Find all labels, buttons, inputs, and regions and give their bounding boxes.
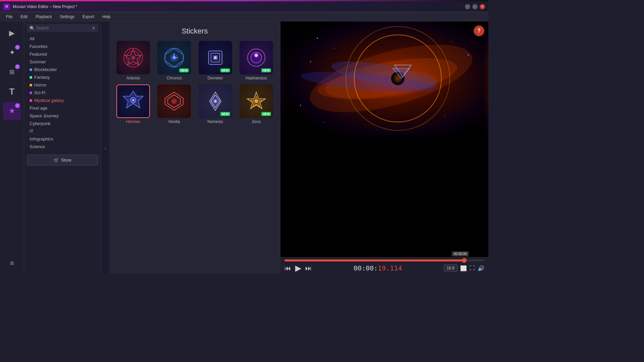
tool-titles[interactable]: T — [3, 82, 21, 101]
sticker-item-nemesis[interactable]: NEW Nemesis — [197, 84, 234, 124]
menu-export[interactable]: Export — [79, 13, 98, 20]
skip-forward-button[interactable]: ⏭ — [305, 264, 312, 272]
demeter-svg — [204, 46, 227, 69]
tool-stickers[interactable]: ★ ! — [3, 102, 21, 120]
tool-transitions[interactable]: ⊞ ! — [3, 63, 21, 81]
volume-button[interactable]: 🔊 — [478, 265, 484, 272]
category-spacejourney[interactable]: Space Journey — [27, 112, 98, 120]
zeus-label: Zeus — [252, 119, 261, 124]
preview-panel: ? 00:00:00 ⏮ ▶ ⏭ 00:00:19.114 16:9 — [280, 21, 488, 274]
preview-svg — [284, 21, 485, 135]
scifi-label: Sci-Fi — [34, 90, 45, 95]
category-list: All Favorites Featured Summer Blockbuste… — [27, 35, 98, 150]
svg-point-17 — [255, 54, 257, 56]
svg-point-45 — [310, 61, 311, 62]
hestia-svg — [162, 89, 186, 113]
category-blockbuster[interactable]: Blockbuster — [27, 66, 98, 73]
svg-point-44 — [334, 48, 334, 49]
svg-point-20 — [132, 99, 134, 101]
menu-edit[interactable]: Edit — [17, 13, 31, 20]
stickers-sidebar: 🔍 ✕ All Favorites Featured Summer Blockb… — [24, 21, 101, 274]
sticker-item-demeter[interactable]: NEW Demeter — [197, 41, 234, 80]
hephaestus-new-badge: NEW — [261, 68, 271, 72]
sticker-item-zeus[interactable]: NEW Zeus — [238, 84, 275, 124]
category-favorites[interactable]: Favorites — [27, 43, 98, 50]
chronos-label: Chronos — [167, 76, 182, 80]
search-box: 🔍 ✕ — [27, 24, 98, 32]
svg-point-3 — [131, 56, 135, 60]
category-fantasy[interactable]: Fantasy — [27, 73, 98, 81]
mystical-dot — [30, 99, 32, 102]
fantasy-label: Fantasy — [34, 75, 50, 80]
category-science[interactable]: Science — [27, 143, 98, 150]
close-button[interactable]: ✕ — [480, 4, 485, 9]
svg-point-23 — [171, 99, 177, 104]
window-controls: ─ □ ✕ — [465, 4, 485, 9]
app-icon: M — [3, 3, 10, 10]
svg-point-48 — [444, 115, 445, 116]
category-horror[interactable]: Horror — [27, 81, 98, 89]
tool-media[interactable]: ▶ — [3, 24, 21, 42]
svg-point-13 — [214, 56, 217, 59]
category-mystical[interactable]: Mystical galaxy — [27, 97, 98, 104]
tool-menu[interactable]: ≡ — [3, 254, 21, 272]
aspect-ratio-button[interactable]: 16:9 — [444, 264, 458, 272]
time-current: 00:00: — [354, 264, 378, 272]
stickers-panel: 🔍 ✕ All Favorites Featured Summer Blockb… — [24, 21, 280, 274]
category-scifi[interactable]: Sci-Fi — [27, 89, 98, 97]
clear-search-button[interactable]: ✕ — [92, 25, 96, 31]
transitions-badge: ! — [15, 64, 20, 69]
play-button[interactable]: ▶ — [295, 263, 301, 273]
category-pixelage[interactable]: Pixel age — [27, 104, 98, 112]
sticker-thumb-hermes — [116, 84, 150, 118]
nemesis-label: Nemesis — [207, 119, 223, 124]
zeus-svg — [245, 89, 268, 113]
svg-point-49 — [300, 105, 301, 106]
collapse-sidebar-button[interactable]: ‹ — [101, 21, 109, 274]
category-featured[interactable]: Featured — [27, 50, 98, 58]
hestia-label: Hestia — [168, 119, 180, 124]
svg-point-30 — [255, 100, 258, 103]
media-icon: ▶ — [9, 29, 15, 38]
menu-help[interactable]: Help — [99, 13, 114, 20]
preview-video: ? — [280, 21, 488, 257]
menu-playback[interactable]: Playback — [32, 13, 55, 20]
sticker-item-hephaestus[interactable]: NEW Hephaestus — [238, 41, 275, 80]
sticker-item-artemis[interactable]: Artemis — [115, 41, 152, 80]
progress-bar[interactable]: 00:00:00 — [284, 259, 484, 261]
sticker-item-chronos[interactable]: NEW Chronos — [156, 41, 193, 80]
controls-row: ⏮ ▶ ⏭ 00:00:19.114 16:9 ⬜ ⛶ 🔊 — [284, 263, 484, 273]
horror-label: Horror — [34, 82, 47, 87]
stickers-badge: ! — [15, 103, 20, 108]
category-infographics[interactable]: Infographics — [27, 135, 98, 143]
playback-buttons: ⏮ ▶ ⏭ — [284, 263, 312, 273]
store-button[interactable]: 🛒 Store — [27, 155, 98, 166]
search-icon: 🔍 — [30, 26, 35, 31]
tool-effects[interactable]: ✦ ! — [3, 44, 21, 62]
featured-label: Featured — [30, 52, 47, 57]
sticker-item-hermes[interactable]: Hermes — [115, 84, 152, 124]
time-highlight: 19.114 — [378, 264, 402, 272]
sticker-thumb-nemesis: NEW — [199, 84, 232, 118]
help-button[interactable]: ? — [474, 25, 484, 36]
fullscreen-export-button[interactable]: ⬜ — [460, 265, 467, 272]
zeus-new-badge: NEW — [261, 112, 271, 116]
time-display: 00:00:19.114 — [354, 264, 402, 272]
hermes-label: Hermes — [126, 119, 140, 124]
category-cyberpunk[interactable]: Cyberpunk — [27, 120, 98, 127]
skip-back-button[interactable]: ⏮ — [284, 264, 291, 272]
category-all[interactable]: All — [27, 35, 98, 43]
chronos-new-badge: NEW — [179, 68, 189, 72]
maximize-button[interactable]: □ — [472, 4, 478, 9]
minimize-button[interactable]: ─ — [465, 4, 470, 9]
category-it[interactable]: IT — [27, 127, 98, 135]
category-summer[interactable]: Summer — [27, 58, 98, 66]
svg-point-47 — [468, 55, 469, 56]
menu-settings[interactable]: Settings — [57, 13, 78, 20]
fullscreen-button[interactable]: ⛶ — [470, 265, 475, 271]
search-input[interactable] — [36, 26, 92, 31]
menubar: File Edit Playback Settings Export Help — [0, 12, 488, 21]
sticker-item-hestia[interactable]: Hestia — [156, 84, 193, 124]
menu-file[interactable]: File — [3, 13, 16, 20]
titles-icon: T — [9, 86, 15, 97]
